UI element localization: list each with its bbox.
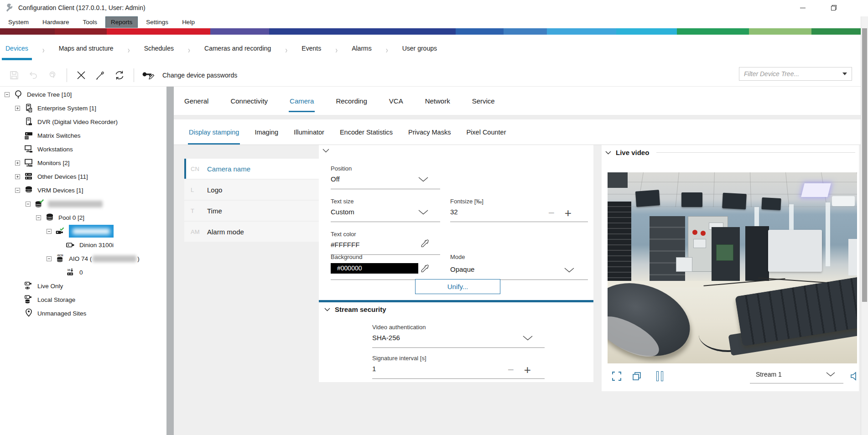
breadcrumb-item-user-groups[interactable]: User groups <box>402 36 437 63</box>
stream-security-title: Stream security <box>335 306 386 313</box>
chevron-down-icon <box>418 210 428 215</box>
menu-item-system[interactable]: System <box>3 16 34 28</box>
collapse-icon[interactable] <box>47 256 52 261</box>
tree-item-other-devices-11[interactable]: Other Devices [11] <box>0 170 166 183</box>
breadcrumb-separator-icon: › <box>128 44 130 55</box>
collapse-section-button[interactable] <box>322 149 329 153</box>
scrollbar-thumb[interactable] <box>862 28 867 302</box>
fontsize-stepper[interactable]: Fontsize [‰] 32 − + <box>450 198 588 222</box>
tree-item-monitors-2[interactable]: Monitors [2] <box>0 156 166 170</box>
stamping-item-label: Logo <box>207 186 222 194</box>
tree-item-aio-74[interactable]: iSCSIAIO 74 () <box>0 252 166 265</box>
breadcrumb-item-devices[interactable]: Devices <box>5 36 28 63</box>
tree-item-live-only[interactable]: Live Only <box>0 279 166 293</box>
background-color-field[interactable]: Background #000000 <box>331 254 440 280</box>
fullscreen-icon[interactable] <box>610 369 624 383</box>
tab-general[interactable]: General <box>183 97 209 115</box>
tree-item-dinion-3100i[interactable]: Dinion 3100i <box>0 238 166 252</box>
tree-item-blurred[interactable] <box>0 197 166 211</box>
tab-camera[interactable]: Camera <box>289 97 315 115</box>
change-passwords-button[interactable] <box>139 67 158 83</box>
breadcrumb-item-maps-and-structure[interactable]: Maps and structure <box>59 36 114 63</box>
text-color-field[interactable]: Text color #FFFFFF <box>331 231 440 255</box>
position-dropdown[interactable]: Position Off <box>331 165 440 189</box>
eyedropper-icon[interactable] <box>420 239 429 249</box>
tab-connectivity[interactable]: Connectivity <box>229 97 269 115</box>
collapse-section-button[interactable] <box>324 308 330 311</box>
delete-x-button[interactable] <box>72 67 91 83</box>
eyedropper-icon[interactable] <box>420 264 429 274</box>
vertical-scrollbar[interactable] <box>861 16 868 435</box>
signature-interval-stepper[interactable]: Signature interval [s] 1 − + <box>372 355 545 379</box>
subtab-illuminator[interactable]: Illuminator <box>293 120 325 145</box>
tree-item-device-tree-10[interactable]: Device Tree [10] <box>0 88 166 101</box>
toolbar-separator <box>134 68 134 82</box>
collapse-icon[interactable] <box>15 188 20 193</box>
tab-service[interactable]: Service <box>471 97 496 115</box>
subtab-imaging[interactable]: Imaging <box>254 120 279 145</box>
subtab-encoder-statistics[interactable]: Encoder Statistics <box>339 120 394 145</box>
decrement-button[interactable]: − <box>548 210 555 216</box>
stamping-item-time[interactable]: TTime <box>184 201 319 221</box>
menu-item-reports[interactable]: Reports <box>105 16 138 28</box>
expand-icon[interactable] <box>15 161 20 166</box>
tree-item-pool-0-2[interactable]: Pool 0 [2] <box>0 211 166 224</box>
minimize-button[interactable] <box>796 2 810 14</box>
tree-item-blurred[interactable] <box>0 224 166 238</box>
subtab-pixel-counter[interactable]: Pixel Counter <box>465 120 507 145</box>
collapse-icon[interactable] <box>36 215 41 220</box>
breadcrumb-item-cameras-and-recording[interactable]: Cameras and recording <box>204 36 271 63</box>
tree-item-0[interactable]: 100 <box>0 265 166 279</box>
tree-item-matrix-switches[interactable]: Matrix Switches <box>0 129 166 142</box>
panel-splitter[interactable] <box>166 87 174 435</box>
pause-icon[interactable] <box>653 369 666 383</box>
vrm-devices-icon <box>24 186 34 195</box>
subtab-display-stamping[interactable]: Display stamping <box>188 120 240 145</box>
breadcrumb-item-events[interactable]: Events <box>301 36 321 63</box>
tree-item-vrm-devices-1[interactable]: VRM Devices [1] <box>0 183 166 197</box>
menu-item-tools[interactable]: Tools <box>78 16 103 28</box>
tree-item-workstations[interactable]: Workstations <box>0 142 166 156</box>
tab-vca[interactable]: VCA <box>388 97 404 115</box>
stamping-item-logo[interactable]: LLogo <box>184 180 319 200</box>
tree-item-dvr-digital-video-recorder[interactable]: DVR (Digital Video Recorder) <box>0 115 166 129</box>
text-size-dropdown[interactable]: Text size Custom <box>331 198 440 222</box>
refresh-button[interactable] <box>110 67 129 83</box>
restore-button[interactable] <box>827 2 841 14</box>
increment-button[interactable]: + <box>524 366 531 373</box>
menu-item-hardware[interactable]: Hardware <box>37 16 75 28</box>
collapse-icon[interactable] <box>26 202 31 207</box>
selected-device-highlight[interactable] <box>69 225 114 238</box>
edit-pencil-button[interactable] <box>91 67 110 83</box>
menu-item-help[interactable]: Help <box>177 16 200 28</box>
menu-item-settings[interactable]: Settings <box>140 16 174 28</box>
device-tree-panel: Device Tree [10]Enterprise System [1]DVR… <box>0 87 166 435</box>
stamping-list: CNCamera nameLLogoTTimeAMAlarm mode <box>184 159 319 243</box>
filter-device-tree-combobox[interactable]: Filter Device Tree... <box>739 67 852 81</box>
stamping-item-alarm-mode[interactable]: AMAlarm mode <box>184 222 319 242</box>
expand-icon[interactable] <box>15 174 20 179</box>
collapse-icon[interactable] <box>47 229 52 234</box>
signature-interval-label: Signature interval [s] <box>372 355 545 362</box>
breadcrumb-item-alarms[interactable]: Alarms <box>352 36 372 63</box>
copy-image-icon[interactable] <box>630 369 644 383</box>
increment-button[interactable]: + <box>565 209 572 217</box>
subtab-privacy-masks[interactable]: Privacy Masks <box>407 120 452 145</box>
stream-selector[interactable]: Stream 1 <box>750 367 843 383</box>
stamping-item-camera-name[interactable]: CNCamera name <box>184 159 319 179</box>
expand-icon[interactable] <box>15 106 20 111</box>
dvr-icon <box>24 117 34 126</box>
tree-item-enterprise-system-1[interactable]: Enterprise System [1] <box>0 101 166 115</box>
tree-item-unmanaged-sites[interactable]: Unmanaged Sites <box>0 306 166 320</box>
speaker-icon[interactable] <box>848 369 862 383</box>
decrement-button[interactable]: − <box>508 367 514 373</box>
unify-button[interactable]: Unify... <box>415 279 500 294</box>
mode-dropdown[interactable]: Mode Opaque <box>450 254 588 280</box>
video-authentication-dropdown[interactable]: Video authentication SHA-256 <box>372 324 545 348</box>
tree-item-local-storage[interactable]: Local Storage <box>0 293 166 306</box>
breadcrumb-item-schedules[interactable]: Schedules <box>144 36 174 63</box>
collapse-icon[interactable] <box>5 92 10 97</box>
tab-recording[interactable]: Recording <box>335 97 368 115</box>
collapse-section-button[interactable] <box>605 151 611 155</box>
tab-network[interactable]: Network <box>424 97 451 115</box>
